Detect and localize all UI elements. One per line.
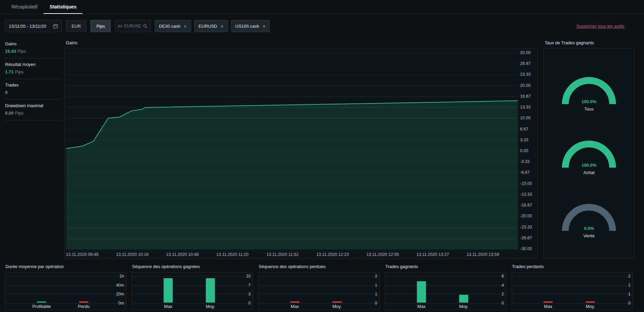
y-axis-tick: 20.00 [520,83,531,88]
stat-max-drawdown: Drawdown maximal 0.00Pips [5,100,61,120]
gauge-value: 100.0% [555,163,623,168]
y-axis-tick: 0 [375,301,377,306]
x-axis-label: Perdu [78,304,90,309]
date-range-value: 13/11/20 - 13/11/20 [9,24,46,29]
x-axis-label: Moy. [459,304,468,309]
y-axis-tick: 30.00 [520,50,531,55]
stat-value: 9 [5,90,61,95]
y-axis-tick: -23.33 [520,225,532,230]
gauge-label: Tous [555,106,623,112]
stat-value-number: 1.71 [5,69,14,74]
gauge-label: Vente [555,233,623,238]
gridline [385,303,506,304]
x-axis-tick: 13.11.2020 12:55 [366,252,399,257]
winrate-gauge-vente: 0.0%Vente [555,195,623,238]
stat-trades: Trades 9 [5,79,61,100]
y-axis-tick: 1 [628,283,630,288]
gauge-value: 0.0% [555,226,623,231]
gridline [259,303,379,304]
gridline [5,294,126,294]
x-axis-tick: 13.11.2020 11:20 [216,252,249,257]
y-axis-tick: 10 [246,274,251,279]
y-axis-tick: 3 [248,292,251,296]
asset-chip-label: EURUSD [199,24,217,29]
mini-chart-plot: 2110MaxMoy. [512,272,633,310]
gains-chart-plot-area [66,48,518,250]
x-axis-label: Max [164,304,173,309]
asset-chip-de30cash[interactable]: DE30.cash× [155,20,191,32]
gridline [512,285,633,286]
stat-value-number: 0.00 [5,111,14,116]
gauge-label: Achat [555,170,623,175]
mini-chart-plot: 1h40m20m0mProfitablePerdu [5,272,126,310]
gridline [5,285,126,286]
chip-close-icon[interactable]: × [184,24,187,29]
gridline [512,294,633,294]
y-axis-tick: 23.33 [520,72,531,77]
y-axis-tick: 4 [501,283,504,288]
currency-eur-button[interactable]: EUR [66,20,86,32]
x-axis-label: Max [417,304,426,309]
winrate-gauge-achat: 100.0%Achat [555,132,623,175]
gauge-value: 100.0% [555,99,623,104]
asset-chip-eurusd[interactable]: EURUSD× [194,20,228,32]
bar-profitable [37,302,46,303]
y-axis-tick: 1 [375,292,377,296]
asset-chips: DE30.cash×EURUSD×US100.cash× [155,20,270,32]
bar-max [544,302,553,303]
asset-chip-us100cash[interactable]: US100.cash× [231,20,270,32]
x-axis-label: Max [291,304,299,309]
mini-chart-plot: 10730MaxMoy. [132,272,253,310]
gridline [259,285,379,286]
stat-gains: Gains 15.43Pips [5,38,61,58]
y-axis-tick: 16.67 [520,94,531,99]
asset-search-input[interactable] [118,24,141,28]
y-axis-tick: 20m [116,292,124,296]
y-axis-tick: 0 [628,301,630,306]
y-axis-tick: 3.33 [520,138,528,142]
stats-sidebar: Gains 15.43Pips Résultat moyen 1.71Pips … [5,38,61,120]
y-axis-tick: 7 [248,283,251,288]
gridline [512,276,633,277]
gridline [385,276,506,277]
mini-chart-plot: 2110MaxMoy. [258,272,380,310]
asset-search[interactable] [115,20,151,32]
bar-max [417,281,426,303]
gridline [5,276,126,277]
unit-pips-button[interactable]: Pips [91,20,110,32]
mini-chart-winning-trades: Trades gagnants6420MaxMoy. [385,264,506,310]
y-axis-tick: -13.33 [520,192,532,197]
tab-recapitulatif[interactable]: Récapitulatif [5,0,44,14]
bar-max [290,302,300,303]
x-axis-tick: 13.11.2020 13:59 [466,252,499,257]
remove-all-assets-link[interactable]: Supprimer tous les actifs [576,24,624,29]
x-axis-tick: 13.11.2020 12:23 [316,252,349,257]
stat-average-result: Résultat moyen 1.71Pips [5,58,61,79]
stat-value-unit: Pips [15,69,23,74]
y-axis-tick: 1 [628,292,630,296]
tab-statistiques[interactable]: Statistiques [44,0,82,14]
area-fill [66,101,518,249]
mini-chart-losing-trades: Trades perdants2110MaxMoy. [512,264,633,310]
calendar-icon[interactable] [53,24,58,29]
stat-value-unit: Pips [18,49,26,54]
y-axis-tick: 0.00 [520,148,528,153]
chip-close-icon[interactable]: × [221,24,224,29]
chip-close-icon[interactable]: × [263,24,266,29]
y-axis-tick: -16.67 [520,203,532,208]
date-range-input[interactable]: 13/11/20 - 13/11/20 [5,20,62,32]
stat-label: Résultat moyen [5,62,61,67]
stat-value: 1.71Pips [5,69,61,74]
y-axis-tick: 2 [375,274,377,279]
gridline [385,294,506,294]
bar-moy [333,302,342,303]
x-axis-label: Moy. [586,304,595,309]
mini-chart-title: Séquence des opérations perdues [259,264,380,269]
gridline [512,303,633,304]
gains-chart-x-axis: 13.11.2020 09:4513.11.2020 10:1613.11.20… [66,250,518,259]
y-axis-tick: -10.00 [520,181,532,186]
x-axis-label: Profitable [32,304,51,309]
x-axis-label: Moy. [206,304,215,309]
toolbar: 13/11/20 - 13/11/20 EUR Pips DE30.cash×E… [5,20,270,32]
mini-chart-title: Trades gagnants [385,264,506,269]
